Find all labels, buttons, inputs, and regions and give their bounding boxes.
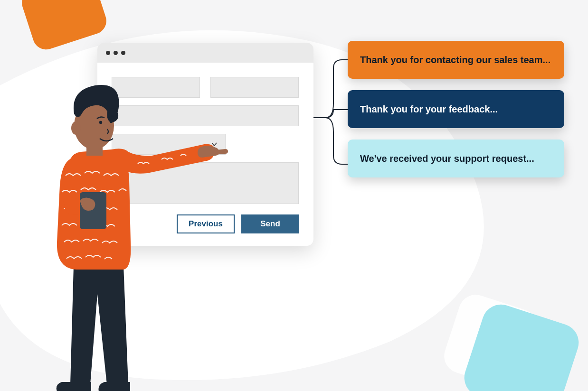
svg-rect-0 [80,192,106,229]
window-dot-icon [106,51,110,55]
window-dot-icon [114,51,118,55]
window-titlebar [97,43,313,63]
response-card-text: Thank you for contacting our sales team.… [360,55,550,65]
connector-lines [313,56,351,189]
send-button[interactable]: Send [241,214,299,233]
response-card-text: Thank you for your feedback... [360,104,498,115]
svg-point-3 [71,121,81,135]
response-cards-group: Thank you for contacting our sales team.… [348,41,566,177]
svg-point-5 [110,120,113,123]
response-card-support: We've received your support request... [348,140,564,177]
svg-point-4 [99,121,102,124]
response-card-sales: Thank you for contacting our sales team.… [348,41,564,79]
decorative-blob-cyan-group [450,287,574,391]
response-card-text: We've received your support request... [360,153,534,164]
window-dot-icon [121,51,125,55]
response-card-feedback: Thank you for your feedback... [348,90,564,128]
person-illustration [28,81,233,391]
